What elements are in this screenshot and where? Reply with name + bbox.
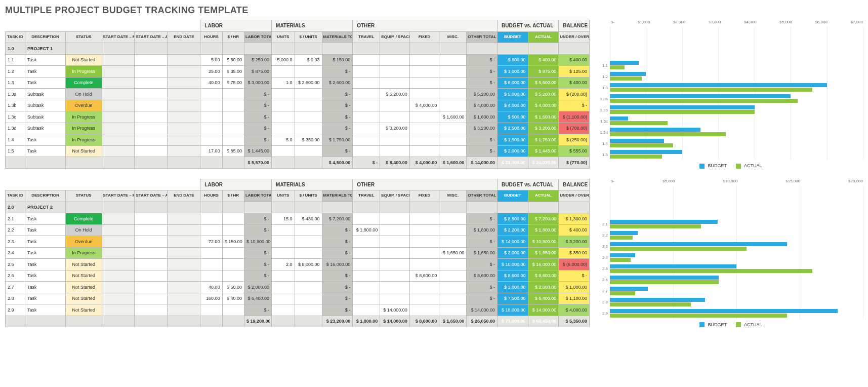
cell xyxy=(222,123,244,134)
cell: 2.7 xyxy=(6,282,25,293)
cell: $ 555.00 xyxy=(559,145,590,157)
col-header: START DATE – PLANNED – xyxy=(102,190,135,202)
cell: $ 1,750.00 xyxy=(528,134,559,146)
cell: Task xyxy=(25,259,65,270)
cell xyxy=(353,89,380,100)
cell xyxy=(353,134,380,146)
cell: $ 1,100.00 xyxy=(559,293,590,304)
cell: $ 6,000.00 xyxy=(497,77,528,89)
table-row: 2.2TaskOn Hold$ -$ -$ 1,800.00$ 1,800.00… xyxy=(6,224,590,236)
chart-row-label: 1.2 xyxy=(596,74,610,79)
project-name: PROJECT 2 xyxy=(25,202,65,213)
cell: Task xyxy=(25,247,65,259)
cell xyxy=(200,270,222,282)
cell xyxy=(222,247,244,259)
col-header: LABOR TOTAL xyxy=(244,190,271,202)
cell xyxy=(409,134,439,146)
cell: 40.00 xyxy=(200,77,222,89)
bar-actual xyxy=(610,247,747,251)
bar-actual xyxy=(610,110,755,114)
cell xyxy=(409,213,439,225)
chart-row: 2.9 xyxy=(596,308,863,319)
cell: $ - xyxy=(244,134,271,146)
cell: $ 8,600.00 xyxy=(409,270,439,282)
total-cell xyxy=(272,157,295,169)
table-row: 1.3bSubtaskOverdue$ -$ -$ 4,000.00$ 4,00… xyxy=(6,100,590,111)
cell xyxy=(380,77,409,89)
cell: Task xyxy=(25,213,65,225)
cell: Task xyxy=(25,145,65,157)
cell xyxy=(168,54,200,66)
cell: $ 10,800.00 xyxy=(528,236,559,248)
total-cell xyxy=(102,316,135,327)
cell: $ - xyxy=(244,213,271,225)
total-cell: $ 4,500.00 xyxy=(322,157,353,169)
total-cell: $ 4,000.00 xyxy=(409,157,439,169)
cell: $ (700.00) xyxy=(559,123,590,134)
bar-budget xyxy=(610,117,628,121)
cell: Task xyxy=(25,270,65,282)
bar-budget xyxy=(610,128,700,132)
cell: $ 4,000.00 xyxy=(467,100,498,111)
cell xyxy=(295,111,322,123)
cell: $ 1,500.00 xyxy=(497,134,528,146)
chart-row: 2.7 xyxy=(596,286,863,297)
bar-actual xyxy=(610,132,726,136)
cell: $ 2,000.00 xyxy=(497,247,528,259)
cell: 5.00 xyxy=(200,54,222,66)
cell: $ 14,000.00 xyxy=(380,304,409,316)
cell xyxy=(380,282,409,293)
col-header: LABOR TOTAL xyxy=(244,31,271,43)
cell: Complete xyxy=(66,77,102,89)
cell: $ 2,500.00 xyxy=(497,123,528,134)
table-row: 1.3dSubtaskIn Progress$ -$ -$ 3,200.00$ … xyxy=(6,123,590,134)
cell xyxy=(200,259,222,270)
col-header: $ / UNITS xyxy=(295,190,322,202)
cell: $ - xyxy=(559,270,590,282)
col-header: MISC. xyxy=(439,31,467,43)
cell xyxy=(439,224,467,236)
cell xyxy=(409,282,439,293)
cell xyxy=(439,123,467,134)
cell xyxy=(135,247,168,259)
chart-row: 1.2 xyxy=(596,71,863,82)
chart-row-label: 2.3 xyxy=(596,244,610,249)
bar-budget xyxy=(610,220,718,224)
chart-row: 2.4 xyxy=(596,252,863,263)
cell xyxy=(409,247,439,259)
col-header: ACTUAL xyxy=(528,31,559,43)
cell xyxy=(439,66,467,78)
cell: Subtask xyxy=(25,123,65,134)
chart-row: 1.3c xyxy=(596,115,863,127)
cell: $ 2,000.00 xyxy=(528,282,559,293)
cell xyxy=(272,111,295,123)
cell: 72.00 xyxy=(200,236,222,248)
total-cell xyxy=(222,316,244,327)
bar-actual xyxy=(610,99,798,103)
cell xyxy=(353,145,380,157)
chart-row: 2.8 xyxy=(596,297,863,308)
cell: $ - xyxy=(322,66,353,78)
cell xyxy=(168,77,200,89)
cell xyxy=(295,66,322,78)
cell: $ 1,650.00 xyxy=(439,247,467,259)
cell: $ - xyxy=(467,259,498,270)
bar-budget xyxy=(610,139,664,143)
cell xyxy=(409,145,439,157)
cell xyxy=(222,100,244,111)
table-row: 1.1TaskNot Started5.00$ 50.00$ 250.005,0… xyxy=(6,54,590,66)
axis-tick: $- xyxy=(611,179,614,183)
cell xyxy=(353,247,380,259)
cell: $ 3,200.00 xyxy=(467,123,498,134)
chart-row-label: 2.4 xyxy=(596,255,610,260)
cell: $ - xyxy=(322,224,353,236)
cell xyxy=(102,100,135,111)
chart-row-label: 1.3d xyxy=(596,130,610,135)
col-header: START DATE – ACTUAL – xyxy=(135,190,168,202)
cell: $ 5,200.00 xyxy=(380,89,409,100)
chart-row-label: 2.9 xyxy=(596,311,610,316)
total-cell: $ 1,650.00 xyxy=(439,316,467,327)
cell xyxy=(380,224,409,236)
table-row: 2.3TaskOverdue72.00$ 150.00$ 10,800.00$ … xyxy=(6,236,590,248)
cell: 17.00 xyxy=(200,145,222,157)
